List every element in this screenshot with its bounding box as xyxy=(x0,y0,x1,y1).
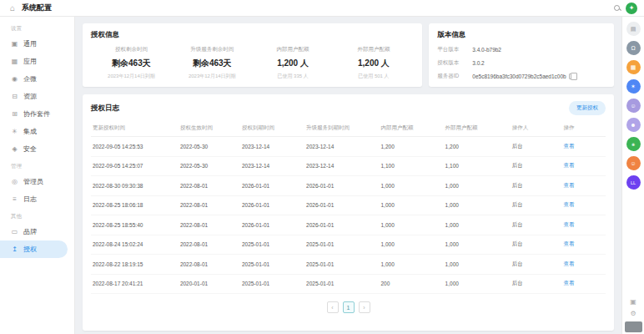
stat-upgrade-remaining: 升级服务剩余时间 剩余463天 2023年12月14日到期 xyxy=(172,46,253,80)
version-card-title: 版本信息 xyxy=(437,30,606,40)
cell-internal-quota: 1,000 xyxy=(379,255,443,275)
cell-upgrade-expiry: 2025-01-01 xyxy=(304,274,379,294)
cell-operator: 后台 xyxy=(511,195,562,215)
sidebar-item-brand[interactable]: ▭ 品牌 xyxy=(0,223,68,240)
sidebar-item-license[interactable]: ↥ 授权 xyxy=(0,240,68,258)
server-id-value: 0e5c8196ba3fc30d0729b2c5aed1c00b xyxy=(472,73,566,79)
next-page-button[interactable]: › xyxy=(359,301,370,313)
sidebar-item-label: 资源 xyxy=(23,92,37,101)
table-row: 2022-08-25 18:55:40 2022-08-01 2026-01-0… xyxy=(91,215,606,235)
general-icon: ▣ xyxy=(11,40,18,48)
view-link[interactable]: 查看 xyxy=(564,143,575,149)
sidebar-item-security[interactable]: ◈ 安全 xyxy=(0,140,68,158)
table-header-row: 更新授权时间 授权生效时间 授权到期时间 升级服务到期时间 内部用户配额 外部用… xyxy=(91,120,606,137)
main-content: 授权信息 授权剩余时间 剩余463天 2023年12月14日到期 升级服务剩余时… xyxy=(75,17,621,334)
sidebar-item-admins[interactable]: ◎ 管理员 xyxy=(0,173,68,190)
stat-label: 升级服务剩余时间 xyxy=(172,46,253,53)
sidebar-item-resources[interactable]: ⊟ 资源 xyxy=(0,88,68,105)
stat-internal-quota: 内部用户配额 1,200 人 已使用 335 人 xyxy=(253,46,334,80)
sidebar-item-apps[interactable]: ▦ 应用 xyxy=(0,53,68,70)
user-icon[interactable]: ☻ xyxy=(626,118,641,132)
col-expiry-time: 授权到期时间 xyxy=(240,120,304,137)
cell-external-quota: 1,200 xyxy=(444,137,511,157)
cell-external-quota: 1,000 xyxy=(444,274,511,294)
stat-value: 剩余463天 xyxy=(91,58,172,69)
avatar[interactable]: ✦ xyxy=(626,3,637,14)
green-app-icon[interactable]: ❋ xyxy=(626,137,641,151)
sidebar-item-label: 应用 xyxy=(23,57,37,66)
cell-effective: 2022-08-01 xyxy=(179,176,240,196)
log-card-title: 授权日志 xyxy=(91,104,119,114)
stat-sub: 2023年12月14日到期 xyxy=(172,73,253,80)
cell-effective: 2020-01-01 xyxy=(179,274,240,294)
sidebar-item-label: 日志 xyxy=(23,195,37,204)
search-icon[interactable] xyxy=(614,5,621,12)
view-link[interactable]: 查看 xyxy=(564,201,575,207)
stat-value: 剩余463天 xyxy=(172,58,253,69)
topbar: ⌂ 系统配置 ✦ xyxy=(0,0,644,17)
integrations-icon: ✳ xyxy=(11,128,18,135)
col-operator: 操作人 xyxy=(511,120,562,137)
group-icon[interactable]: ☺ xyxy=(626,156,641,170)
sidebar-item-label: 协作套件 xyxy=(23,109,50,119)
copy-icon[interactable] xyxy=(569,73,574,79)
sidebar-section-other: 其他 xyxy=(0,208,74,223)
home-icon[interactable]: ⌂ xyxy=(10,3,15,13)
apps-grid-icon[interactable]: ▦ xyxy=(626,60,641,74)
cell-external-quota: 1,000 xyxy=(444,255,511,275)
stat-value: 1,200 人 xyxy=(253,58,334,69)
ll-app-icon[interactable]: LL xyxy=(626,175,641,190)
cell-internal-quota: 1,000 xyxy=(379,235,443,255)
stat-label: 外部用户配额 xyxy=(333,46,414,53)
view-link[interactable]: 查看 xyxy=(564,221,575,227)
bell-icon[interactable]: Ω xyxy=(626,41,641,55)
view-link[interactable]: 查看 xyxy=(564,182,575,188)
cell-update-time: 2022-08-30 09:30:38 xyxy=(91,176,179,196)
sidebar-item-general[interactable]: ▣ 通用 xyxy=(0,35,68,53)
view-link[interactable]: 查看 xyxy=(564,240,575,246)
spark-icon[interactable]: ✶ xyxy=(626,79,641,94)
cell-operator: 后台 xyxy=(511,176,562,196)
table-row: 2022-08-30 09:30:38 2022-08-01 2026-01-0… xyxy=(91,176,606,196)
cell-external-quota: 1,000 xyxy=(444,176,511,196)
view-link[interactable]: 查看 xyxy=(564,261,575,266)
contact-card-icon[interactable]: ▣ xyxy=(630,298,636,306)
cell-upgrade-expiry: 2023-12-14 xyxy=(304,137,379,157)
stat-label: 内部用户配额 xyxy=(253,46,334,53)
team-icon[interactable]: ☺ xyxy=(626,99,641,113)
org-icon[interactable]: ▤ xyxy=(626,22,641,36)
stat-external-quota: 外部用户配额 1,200 人 已使用 501 人 xyxy=(333,46,414,80)
sidebar-item-wecom[interactable]: ◉ 企微 xyxy=(0,70,68,88)
apps-icon: ▦ xyxy=(11,58,18,65)
table-row: 2022-08-24 15:02:24 2022-08-01 2025-01-0… xyxy=(91,235,606,255)
cell-upgrade-expiry: 2026-01-01 xyxy=(304,176,379,196)
view-link[interactable]: 查看 xyxy=(564,280,575,286)
cell-update-time: 2022-08-25 18:06:18 xyxy=(91,195,179,215)
app-rail: ▤ Ω ▦ ✶ ☺ ☻ ❋ ☺ LL ▣ ⚙ xyxy=(621,17,644,334)
cell-expiry: 2025-01-01 xyxy=(240,274,304,294)
version-label: 授权版本 xyxy=(437,59,472,67)
stat-label: 授权剩余时间 xyxy=(91,46,172,53)
page-1-button[interactable]: 1 xyxy=(343,301,355,313)
dock-panel[interactable] xyxy=(625,321,642,332)
cell-effective: 2022-05-30 xyxy=(179,156,240,176)
stat-sub: 已使用 335 人 xyxy=(253,73,334,80)
sidebar: 设置 ▣ 通用 ▦ 应用 ◉ 企微 ⊟ 资源 ⊞ 协作套件 ✳ 集成 ◈ 安全 … xyxy=(0,17,75,334)
sidebar-item-logs[interactable]: ≡ 日志 xyxy=(0,190,68,208)
col-upgrade-expiry: 升级服务到期时间 xyxy=(304,120,379,137)
settings-icon[interactable]: ⚙ xyxy=(630,310,636,317)
table-row: 2022-08-25 18:06:18 2022-08-01 2026-01-0… xyxy=(91,195,606,215)
update-license-button[interactable]: 更新授权 xyxy=(569,101,606,115)
cell-effective: 2022-08-01 xyxy=(179,235,240,255)
sidebar-item-label: 企微 xyxy=(23,74,37,84)
prev-page-button[interactable]: ‹ xyxy=(327,301,339,313)
cell-expiry: 2026-01-01 xyxy=(240,195,304,215)
view-link[interactable]: 查看 xyxy=(564,162,575,168)
sidebar-item-suite[interactable]: ⊞ 协作套件 xyxy=(0,105,68,123)
cell-operator: 后台 xyxy=(511,255,562,275)
cell-operator: 后台 xyxy=(511,137,562,157)
cell-internal-quota: 1,200 xyxy=(379,137,443,157)
version-row-platform: 平台版本 3.4.0-b79b2 xyxy=(437,46,606,53)
col-action: 操作 xyxy=(562,120,606,137)
sidebar-item-integrations[interactable]: ✳ 集成 xyxy=(0,123,68,140)
